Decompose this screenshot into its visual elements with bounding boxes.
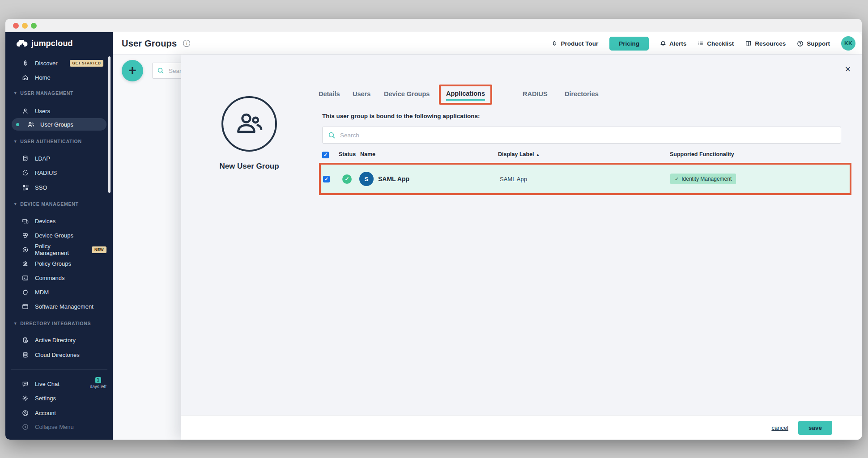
- sidebar-item-software-management[interactable]: Software Management: [12, 300, 106, 313]
- close-icon[interactable]: ×: [842, 64, 853, 75]
- chevron-down-icon: ▾: [14, 91, 17, 95]
- bound-applications-description: This user group is bound to the followin…: [322, 113, 480, 119]
- gear-icon: [21, 394, 29, 402]
- chevron-down-icon: ▾: [14, 321, 17, 326]
- sidebar-item-live-chat[interactable]: Live Chat 1 days left: [12, 377, 106, 390]
- tab-details[interactable]: Details: [319, 90, 340, 98]
- checklist-button[interactable]: Checklist: [698, 40, 734, 47]
- info-icon[interactable]: i: [183, 40, 190, 47]
- sidebar-item-sso[interactable]: SSO: [12, 181, 106, 194]
- save-button[interactable]: save: [798, 421, 832, 435]
- sort-ascending-icon: ▲: [536, 153, 540, 157]
- tab-directories[interactable]: Directories: [565, 90, 599, 98]
- column-header-status[interactable]: Status: [339, 151, 356, 159]
- sidebar-item-mdm[interactable]: MDM: [12, 286, 106, 298]
- row-checkbox[interactable]: ✓: [323, 176, 330, 182]
- chevron-down-icon: ▾: [14, 202, 17, 206]
- sidebar-item-cloud-directories[interactable]: Cloud Directories: [12, 348, 106, 361]
- alerts-button[interactable]: Alerts: [660, 40, 686, 47]
- sidebar-item-policy-groups[interactable]: Policy Groups: [12, 257, 106, 270]
- sidebar-item-radius[interactable]: RADIUS: [12, 166, 106, 179]
- support-button[interactable]: Support: [797, 40, 830, 47]
- section-device-management[interactable]: ▾ DEVICE MANAGEMENT: [14, 200, 79, 208]
- row-status-cell: ✓: [342, 165, 352, 193]
- sidebar-item-policy-management[interactable]: Policy Management NEW: [12, 243, 106, 256]
- check-icon: ✓: [675, 176, 679, 182]
- sidebar-item-commands[interactable]: Commands: [12, 271, 106, 284]
- trial-countdown: 1 days left: [90, 377, 106, 389]
- terminal-icon: [21, 274, 29, 282]
- column-header-supported-functionality[interactable]: Supported Functionality: [670, 151, 734, 159]
- sidebar-item-account[interactable]: Account: [12, 407, 106, 419]
- sidebar-item-label: RADIUS: [35, 170, 57, 176]
- sidebar-item-label: Account: [35, 410, 56, 416]
- cloud-directory-icon: [21, 351, 29, 359]
- product-tour-button[interactable]: Product Tour: [551, 40, 598, 47]
- highlight-box-saml-app-row: ✓ ✓ S SAML App SAML App ✓ Identity Manag…: [319, 163, 851, 195]
- user-avatar[interactable]: KK: [841, 36, 855, 51]
- column-header-display-label[interactable]: Display Label▲: [498, 151, 540, 159]
- tab-applications[interactable]: Applications: [446, 90, 485, 101]
- row-app-name[interactable]: SAML App: [378, 165, 409, 193]
- chat-icon: [21, 380, 29, 388]
- sidebar-item-collapse-menu[interactable]: Collapse Menu: [12, 420, 106, 433]
- days-left-count: 1: [95, 377, 101, 383]
- devices-icon: [21, 217, 29, 225]
- radius-dial-icon: [21, 169, 29, 177]
- resources-button[interactable]: Resources: [745, 40, 786, 47]
- header-actions: Product Tour Pricing Alerts Checklist Re…: [551, 32, 855, 55]
- tab-radius[interactable]: RADIUS: [523, 90, 548, 98]
- sidebar-item-settings[interactable]: Settings: [12, 392, 106, 404]
- new-badge: NEW: [92, 246, 106, 253]
- software-icon: [21, 303, 29, 310]
- checklist-icon: [698, 40, 704, 47]
- home-icon: [21, 74, 29, 81]
- pricing-button[interactable]: Pricing: [609, 37, 649, 51]
- identity-management-badge: ✓ Identity Management: [670, 174, 736, 184]
- sidebar-item-label: Policy Management: [35, 243, 82, 256]
- section-user-management[interactable]: ▾ USER MANAGEMENT: [14, 89, 73, 97]
- minimize-window-button[interactable]: [22, 23, 28, 29]
- cancel-button[interactable]: cancel: [771, 424, 788, 431]
- sidebar-item-home[interactable]: Home: [12, 71, 106, 84]
- account-icon: [21, 409, 29, 417]
- sidebar-item-ldap[interactable]: LDAP: [12, 152, 106, 165]
- titlebar: [5, 19, 862, 32]
- grid-icon: [21, 184, 29, 191]
- sidebar-item-discover[interactable]: Discover GET STARTED: [12, 57, 106, 69]
- column-header-name[interactable]: Name: [360, 151, 375, 159]
- sidebar-item-label: Discover: [35, 60, 58, 67]
- sidebar-item-label: Collapse Menu: [35, 424, 74, 430]
- sidebar-item-devices[interactable]: Devices: [12, 215, 106, 227]
- sidebar-item-device-groups[interactable]: Device Groups: [12, 229, 106, 242]
- database-icon: [21, 155, 29, 162]
- sidebar-item-active-directory[interactable]: Active Directory: [12, 334, 106, 346]
- sidebar-item-label: Cloud Directories: [35, 352, 80, 358]
- sidebar-scrollbar[interactable]: [108, 56, 111, 193]
- user-group-glyph-icon: [235, 111, 264, 137]
- user-group-icon: [27, 121, 34, 128]
- applications-search-input[interactable]: Search: [322, 127, 841, 144]
- sidebar: jumpcloud Discover GET STARTED Home ▾ US…: [5, 32, 113, 440]
- tab-users[interactable]: Users: [353, 90, 370, 98]
- modal-footer: cancel save: [181, 415, 862, 440]
- row-app-avatar-cell: S: [359, 165, 374, 193]
- select-all-checkbox[interactable]: ✓: [322, 152, 329, 158]
- user-group-details-panel: × New User Group Details Users Device Gr…: [181, 55, 862, 440]
- logo-text: jumpcloud: [31, 39, 73, 48]
- add-user-group-button[interactable]: +: [122, 60, 143, 81]
- zoom-window-button[interactable]: [31, 23, 37, 29]
- apple-icon: [21, 288, 29, 296]
- search-icon: [328, 131, 336, 139]
- sidebar-item-users[interactable]: Users: [12, 105, 106, 117]
- sidebar-item-label: Devices: [35, 218, 55, 225]
- close-window-button[interactable]: [13, 23, 19, 29]
- tab-device-groups[interactable]: Device Groups: [384, 90, 430, 98]
- sidebar-item-label: Live Chat: [35, 381, 60, 387]
- sidebar-item-label: Users: [35, 108, 50, 114]
- section-user-authentication[interactable]: ▾ USER AUTHENTICATION: [14, 138, 82, 145]
- sidebar-item-user-groups[interactable]: User Groups: [12, 118, 106, 131]
- chevron-down-icon: ▾: [14, 139, 17, 144]
- section-directory-integrations[interactable]: ▾ DIRECTORY INTEGRATIONS: [14, 320, 91, 327]
- page-title: User Groups: [122, 38, 177, 49]
